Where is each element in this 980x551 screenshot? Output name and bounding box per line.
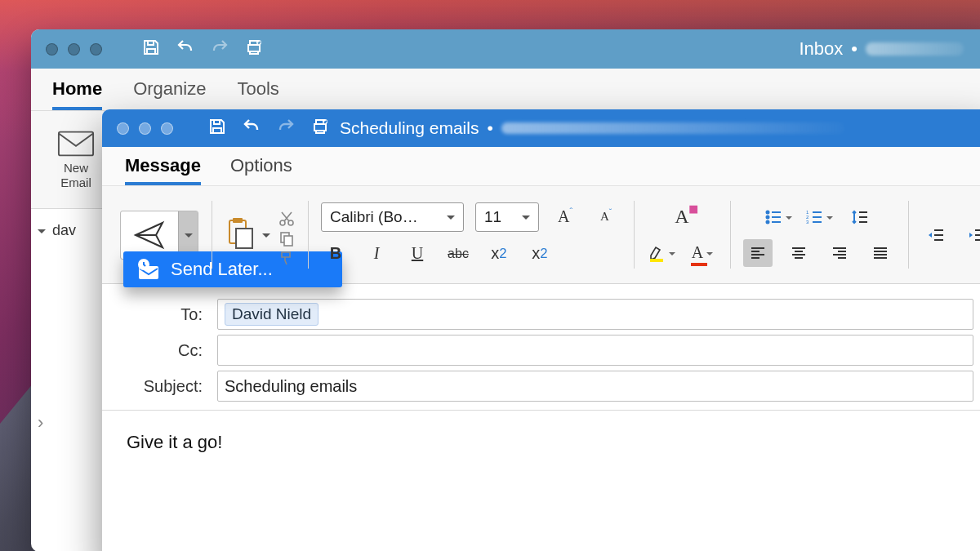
svg-rect-3 — [314, 124, 326, 131]
message-headers: To: David Nield Cc: Subject: Scheduling … — [102, 284, 980, 411]
print-icon[interactable] — [244, 38, 264, 60]
align-left-button[interactable] — [743, 239, 773, 267]
subscript-button[interactable]: x2 — [484, 240, 514, 268]
align-right-button[interactable] — [825, 239, 854, 267]
redo-icon[interactable] — [210, 38, 229, 60]
format-painter-icon[interactable] — [278, 250, 295, 269]
svg-rect-8 — [233, 218, 243, 223]
align-center-button[interactable] — [784, 239, 813, 267]
svg-rect-9 — [236, 229, 252, 248]
italic-button[interactable]: I — [362, 240, 391, 268]
save-icon[interactable] — [207, 117, 227, 140]
inbox-ribbon-tabs: Home Organize Tools — [31, 69, 980, 111]
svg-point-17 — [767, 220, 769, 223]
to-label: To: — [125, 305, 203, 324]
redo-icon[interactable] — [276, 117, 296, 140]
tab-home[interactable]: Home — [52, 78, 102, 110]
compose-titlebar: Scheduling emails • — [102, 109, 980, 147]
svg-text:3: 3 — [806, 220, 809, 224]
svg-rect-13 — [284, 236, 292, 246]
clear-formatting-button[interactable]: A◆ — [667, 203, 697, 231]
tab-options[interactable]: Options — [230, 155, 292, 185]
shrink-font-button[interactable]: Aˇ — [591, 203, 621, 231]
compose-title: Scheduling emails — [340, 118, 479, 138]
strikethrough-button[interactable]: abc — [443, 240, 473, 268]
svg-rect-14 — [650, 259, 663, 262]
save-icon[interactable] — [141, 38, 161, 60]
cut-icon[interactable] — [278, 211, 295, 230]
copy-icon[interactable] — [278, 230, 295, 250]
font-name-dropdown[interactable]: Calibri (Bo… — [321, 202, 464, 232]
grow-font-button[interactable]: Aˆ — [550, 203, 580, 231]
highlight-color-button[interactable] — [647, 239, 676, 267]
bulleted-list-button[interactable] — [764, 203, 793, 231]
inbox-titlebar: Inbox • — [31, 29, 980, 69]
svg-rect-2 — [59, 132, 93, 156]
numbered-list-button[interactable]: 123 — [804, 203, 834, 231]
decrease-indent-button[interactable] — [921, 221, 951, 249]
tab-message[interactable]: Message — [125, 155, 201, 185]
subject-label: Subject: — [125, 377, 203, 396]
compose-ribbon: Send Later... Calibri (Bo… — [102, 186, 980, 284]
undo-icon[interactable] — [176, 38, 195, 60]
print-icon[interactable] — [310, 117, 330, 140]
superscript-button[interactable]: x2 — [525, 240, 555, 268]
svg-rect-0 — [248, 45, 260, 51]
message-body[interactable]: Give it a go! — [102, 411, 980, 474]
svg-point-15 — [767, 211, 769, 213]
cc-label: Cc: — [125, 341, 203, 360]
tab-organize[interactable]: Organize — [133, 78, 206, 110]
account-name-blurred — [501, 122, 844, 134]
paste-dropdown-icon[interactable] — [262, 233, 270, 242]
justify-button[interactable] — [866, 239, 895, 267]
window-title: Inbox — [799, 38, 843, 60]
tab-tools[interactable]: Tools — [237, 78, 278, 110]
compose-window: Scheduling emails • Message Options — [102, 109, 980, 551]
font-size-dropdown[interactable]: 11 — [475, 202, 539, 232]
traffic-lights[interactable] — [102, 122, 188, 135]
compose-ribbon-tabs: Message Options — [102, 147, 980, 186]
cc-field[interactable] — [217, 335, 973, 366]
recipient-chip[interactable]: David Nield — [225, 303, 318, 326]
subject-field[interactable]: Scheduling emails — [217, 371, 973, 402]
increase-indent-button[interactable] — [962, 221, 980, 249]
chevron-down-icon — [38, 229, 46, 238]
bold-button[interactable]: B — [321, 240, 350, 268]
to-field[interactable]: David Nield — [217, 299, 973, 330]
traffic-lights[interactable] — [31, 43, 117, 56]
account-name-blurred — [866, 42, 964, 56]
paste-button[interactable] — [225, 217, 257, 253]
font-color-button[interactable]: A — [688, 239, 717, 267]
line-spacing-button[interactable] — [845, 203, 875, 231]
underline-button[interactable]: U — [403, 240, 432, 268]
undo-icon[interactable] — [242, 117, 261, 140]
svg-point-16 — [767, 216, 769, 218]
